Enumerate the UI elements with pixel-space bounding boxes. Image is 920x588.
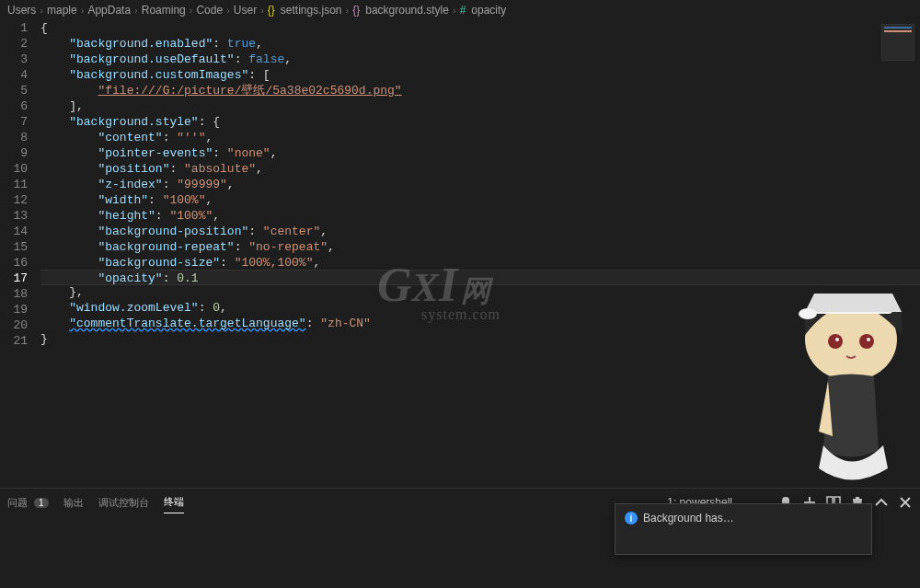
chevron-right-icon: › — [81, 5, 85, 16]
chevron-right-icon: › — [190, 5, 193, 16]
breadcrumb-item[interactable]: AppData — [87, 4, 131, 17]
chevron-right-icon: › — [346, 5, 350, 16]
minimap[interactable] — [881, 24, 914, 61]
tab-output[interactable]: 输出 — [63, 492, 84, 513]
notification-toast[interactable]: i Background has… — [615, 503, 872, 555]
chevron-up-icon[interactable] — [874, 495, 889, 510]
tab-problems[interactable]: 问题 1 — [7, 492, 49, 513]
breadcrumb-item[interactable]: User — [234, 4, 257, 17]
info-icon: i — [625, 512, 638, 525]
chevron-right-icon: › — [226, 5, 230, 16]
editor-area[interactable]: 1234 5678 9101112 13141516 17181920 21 {… — [0, 20, 920, 488]
tab-debug-console[interactable]: 调试控制台 — [98, 492, 149, 513]
json-object-icon: {} — [352, 4, 360, 17]
chevron-right-icon: › — [40, 5, 43, 16]
chevron-right-icon: › — [453, 5, 456, 16]
notification-text: Background has… — [643, 512, 734, 525]
breadcrumb[interactable]: Users› maple› AppData› Roaming› Code› Us… — [0, 0, 920, 20]
code-content[interactable]: { "background.enabled": true, "backgroun… — [40, 20, 920, 488]
breadcrumb-item[interactable]: Roaming — [142, 4, 186, 17]
chevron-right-icon: › — [260, 5, 264, 16]
json-file-icon: {} — [268, 4, 275, 17]
breadcrumb-symbol[interactable]: opacity — [471, 4, 506, 17]
breadcrumb-item[interactable]: Users — [7, 4, 36, 17]
close-icon[interactable] — [898, 495, 913, 510]
breadcrumb-symbol[interactable]: background.style — [365, 4, 449, 17]
hash-icon: # — [460, 4, 466, 17]
chevron-right-icon: › — [134, 5, 138, 16]
line-number-gutter: 1234 5678 9101112 13141516 17181920 21 — [0, 20, 40, 488]
file-url-link[interactable]: "file:///G:/picture/壁纸/5a38e02c5690d.png… — [98, 84, 401, 98]
breadcrumb-item[interactable]: Code — [196, 4, 223, 17]
tab-terminal[interactable]: 终端 — [164, 491, 184, 513]
problems-count-badge: 1 — [34, 498, 49, 508]
bottom-panel: 问题 1 输出 调试控制台 终端 1: powershell i Backgro… — [0, 488, 920, 588]
breadcrumb-item[interactable]: maple — [47, 4, 77, 17]
breadcrumb-file[interactable]: settings.json — [281, 4, 342, 17]
